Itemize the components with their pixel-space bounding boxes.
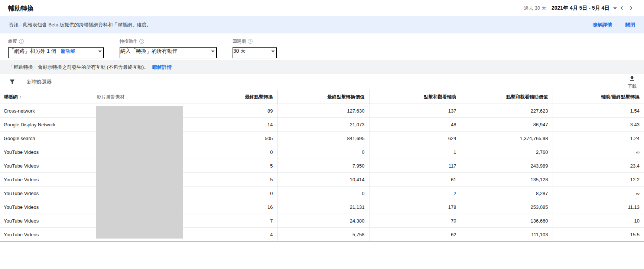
- cell-last_click_conversion_value: 0: [277, 187, 369, 200]
- cell-network: Google Display Network: [0, 118, 93, 132]
- cell-last_click_conversions: 14: [186, 118, 277, 132]
- cell-click_and_view_assist_value: 135,128: [461, 173, 553, 187]
- cell-network: YouTube Videos: [0, 145, 93, 159]
- assisted-conversions-report: 輔助轉換 過去 30 天 2021年 4月 5日 - 5月 4日 ‹ › 資訊 …: [0, 0, 644, 269]
- download-button[interactable]: 下載: [628, 75, 637, 90]
- info-banner-actions: 瞭解詳情 關閉: [593, 22, 635, 28]
- dimension-control: 維度 ? 「網路」和另外 1 個 新功能: [8, 38, 104, 58]
- conversion-action-dropdown[interactable]: 納入「轉換」的所有動作: [120, 47, 217, 58]
- cell-click_and_view_assist_value: 227,623: [461, 104, 553, 118]
- cell-last_click_conversion_value: 24,380: [277, 214, 369, 228]
- column-header-network[interactable]: 聯播網↑: [0, 90, 93, 104]
- cell-last_click_conversion_value: 5,758: [277, 228, 369, 242]
- chevron-down-icon: [271, 51, 275, 52]
- sort-ascending-icon: ↑: [19, 94, 22, 100]
- cell-click_and_view_assists: 137: [369, 104, 461, 118]
- previous-period-button[interactable]: ‹: [617, 4, 626, 12]
- add-filter-label[interactable]: 新增篩選器: [27, 79, 52, 85]
- report-controls: 維度 ? 「網路」和另外 1 個 新功能 轉換動作 ? 納入「轉換」的所有動作 …: [0, 33, 644, 60]
- filter-funnel-icon: [9, 78, 16, 86]
- cell-click_and_view_assist_value: 8,287: [461, 187, 553, 200]
- cell-click_and_view_assist_value: 111,103: [461, 228, 553, 242]
- report-table-wrap: 聯播網↑影片廣告素材最終點擊轉換最終點擊轉換價值點擊和觀看輔助點擊和觀看輔助價值…: [0, 90, 644, 242]
- date-range-preset-label: 過去 30 天: [524, 5, 546, 12]
- page-title: 輔助轉換: [8, 4, 33, 13]
- column-header-last_click_conversion_value[interactable]: 最終點擊轉換價值: [277, 90, 369, 104]
- info-learn-more-link[interactable]: 瞭解詳情: [593, 22, 612, 28]
- lookback-dropdown[interactable]: 30 天: [232, 47, 277, 58]
- cell-network: Google search: [0, 132, 93, 145]
- cell-click_and_view_assist_value: 1,374,765.98: [461, 132, 553, 145]
- cell-click_and_view_assists: 62: [369, 228, 461, 242]
- table-header-row: 聯播網↑影片廣告素材最終點擊轉換最終點擊轉換價值點擊和觀看輔助點擊和觀看輔助價值…: [0, 90, 644, 104]
- cell-assist_to_last_click_ratio: ∞: [553, 187, 644, 200]
- cell-last_click_conversions: 4: [186, 228, 277, 242]
- new-feature-badge: 新功能: [61, 48, 75, 55]
- cell-last_click_conversions: 7: [186, 214, 277, 228]
- cell-last_click_conversions: 0: [186, 145, 277, 159]
- cell-click_and_view_assist_value: 136,660: [461, 214, 553, 228]
- column-header-click_and_view_assists[interactable]: 點擊和觀看輔助: [369, 90, 461, 104]
- video-creative-redacted-block: [96, 106, 183, 239]
- cell-network: Cross-network: [0, 104, 93, 118]
- explanation-strip: 「輔助轉換」會顯示轉換之前發生的所有互動 (不包含最終互動)。 瞭解詳情: [0, 60, 644, 74]
- cell-click_and_view_assists: 117: [369, 159, 461, 173]
- conversion-action-value: 納入「轉換」的所有動作: [120, 48, 178, 55]
- cell-last_click_conversion_value: 127,630: [277, 104, 369, 118]
- dimension-label-row: 維度 ?: [8, 38, 104, 45]
- lookback-value: 30 天: [233, 48, 245, 55]
- dimension-label: 維度: [8, 38, 17, 45]
- help-icon[interactable]: ?: [139, 39, 144, 44]
- cell-click_and_view_assist_value: 86,947: [461, 118, 553, 132]
- cell-network: YouTube Videos: [0, 173, 93, 187]
- cell-network: YouTube Videos: [0, 159, 93, 173]
- cell-assist_to_last_click_ratio: ∞: [553, 145, 644, 159]
- chevron-right-icon: ›: [630, 4, 632, 12]
- cell-click_and_view_assist_value: 2,760: [461, 145, 553, 159]
- cell-network: YouTube Videos: [0, 200, 93, 214]
- cell-last_click_conversion_value: 10,414: [277, 173, 369, 187]
- cell-last_click_conversions: 0: [186, 187, 277, 200]
- cell-last_click_conversions: 5: [186, 173, 277, 187]
- cell-click_and_view_assists: 178: [369, 200, 461, 214]
- cell-last_click_conversions: 16: [186, 200, 277, 214]
- column-header-last_click_conversions[interactable]: 最終點擊轉換: [186, 90, 277, 104]
- dimension-dropdown[interactable]: 「網路」和另外 1 個 新功能: [8, 47, 104, 58]
- column-header-assist_to_last_click_ratio[interactable]: 輔助/最終點擊轉換: [553, 90, 644, 104]
- chevron-left-icon: ‹: [620, 4, 623, 12]
- date-range-picker[interactable]: 2021年 4月 5日 - 5月 4日: [552, 5, 617, 12]
- download-icon: [629, 75, 635, 83]
- cell-last_click_conversion_value: 7,950: [277, 159, 369, 173]
- cell-click_and_view_assists: 2: [369, 187, 461, 200]
- cell-click_and_view_assist_value: 243,989: [461, 159, 553, 173]
- cell-click_and_view_assists: 1: [369, 145, 461, 159]
- info-close-link[interactable]: 關閉: [625, 22, 635, 28]
- chevron-down-icon: [613, 7, 617, 9]
- download-label: 下載: [628, 83, 637, 90]
- cell-last_click_conversion_value: 0: [277, 145, 369, 159]
- lookback-label: 回溯期: [232, 38, 246, 45]
- explanation-text: 「輔助轉換」會顯示轉換之前發生的所有互動 (不包含最終互動)。: [9, 64, 149, 71]
- help-icon[interactable]: ?: [248, 39, 253, 44]
- cell-network: YouTube Videos: [0, 187, 93, 200]
- beta-info-banner: 資訊 - 此報表包含 Beta 版提供的跨聯播網資料和「聯播網」維度。 瞭解詳情…: [0, 16, 644, 33]
- conversion-action-label: 轉換動作: [120, 38, 137, 45]
- notice-learn-more-link[interactable]: 瞭解詳情: [152, 64, 172, 71]
- conversion-action-label-row: 轉換動作 ?: [120, 38, 217, 45]
- next-period-button[interactable]: ›: [627, 4, 636, 12]
- cell-assist_to_last_click_ratio: 1.54: [553, 104, 644, 118]
- help-icon[interactable]: ?: [19, 39, 24, 44]
- cell-assist_to_last_click_ratio: 12.2: [553, 173, 644, 187]
- lookback-window-control: 回溯期 ? 30 天: [232, 38, 277, 58]
- column-header-click_and_view_assist_value[interactable]: 點擊和觀看輔助價值: [461, 90, 553, 104]
- cell-last_click_conversions: 505: [186, 132, 277, 145]
- column-header-video_creative[interactable]: 影片廣告素材: [93, 90, 186, 104]
- cell-click_and_view_assists: 624: [369, 132, 461, 145]
- date-range-area: 過去 30 天 2021年 4月 5日 - 5月 4日 ‹ ›: [524, 4, 636, 12]
- filter-button[interactable]: [9, 78, 16, 86]
- cell-last_click_conversions: 89: [186, 104, 277, 118]
- date-range-value: 2021年 4月 5日 - 5月 4日: [552, 5, 609, 12]
- top-bar: 輔助轉換 過去 30 天 2021年 4月 5日 - 5月 4日 ‹ ›: [0, 0, 644, 16]
- cell-network: YouTube Videos: [0, 214, 93, 228]
- cell-assist_to_last_click_ratio: 10: [553, 214, 644, 228]
